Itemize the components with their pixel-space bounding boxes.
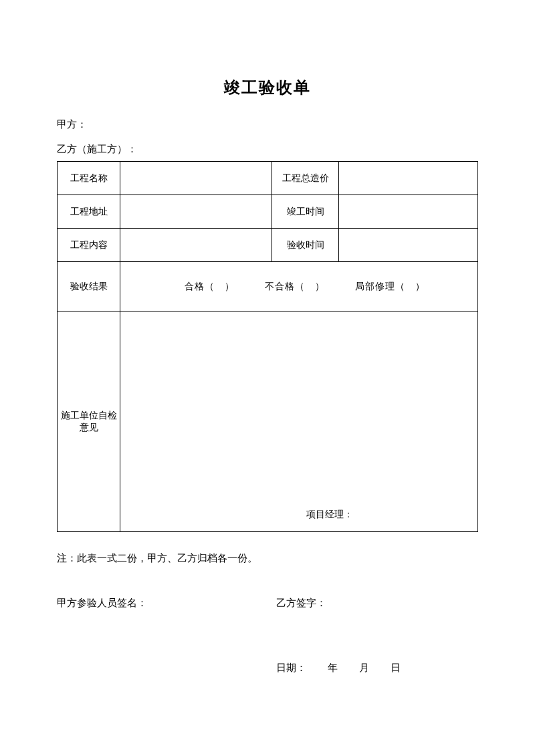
party-a-line: 甲方： — [57, 118, 478, 131]
project-content-label: 工程内容 — [58, 229, 120, 262]
party-a-signature-label: 甲方参验人员签名： — [57, 597, 276, 610]
month-label: 月 — [359, 662, 369, 673]
project-address-label: 工程地址 — [58, 195, 120, 229]
date-line: 日期：年月日 — [57, 662, 478, 674]
document-title: 竣工验收单 — [57, 77, 478, 98]
project-name-value — [120, 162, 272, 195]
table-row: 验收结果 合格（ ） 不合格（ ） 局部修理（ ） — [58, 262, 478, 311]
year-label: 年 — [328, 662, 338, 673]
acceptance-time-label: 验收时间 — [272, 229, 339, 262]
project-address-value — [120, 195, 272, 229]
inspection-result-label: 验收结果 — [58, 262, 120, 311]
project-name-label: 工程名称 — [58, 162, 120, 195]
self-check-content: 项目经理： — [120, 311, 478, 532]
table-row: 工程名称 工程总造价 — [58, 162, 478, 195]
day-label: 日 — [391, 662, 401, 673]
project-content-value — [120, 229, 272, 262]
party-b-line: 乙方（施工方）： — [57, 143, 478, 156]
acceptance-time-value — [339, 229, 478, 262]
table-row: 施工单位自检意见 项目经理： — [58, 311, 478, 532]
table-row: 工程地址 竣工时间 — [58, 195, 478, 229]
note-text: 注：此表一式二份，甲方、乙方归档各一份。 — [57, 552, 478, 565]
total-cost-value — [339, 162, 478, 195]
party-b-signature-label: 乙方签字： — [276, 597, 478, 610]
date-label: 日期： — [276, 662, 306, 673]
completion-time-value — [339, 195, 478, 229]
table-row: 工程内容 验收时间 — [58, 229, 478, 262]
completion-time-label: 竣工时间 — [272, 195, 339, 229]
total-cost-label: 工程总造价 — [272, 162, 339, 195]
project-manager-label: 项目经理： — [306, 509, 353, 521]
signature-row: 甲方参验人员签名： 乙方签字： — [57, 597, 478, 610]
inspection-result-options: 合格（ ） 不合格（ ） 局部修理（ ） — [120, 262, 478, 311]
self-check-label: 施工单位自检意见 — [58, 311, 120, 532]
acceptance-table: 工程名称 工程总造价 工程地址 竣工时间 工程内容 验收时间 验收结果 合格（ … — [57, 161, 478, 532]
